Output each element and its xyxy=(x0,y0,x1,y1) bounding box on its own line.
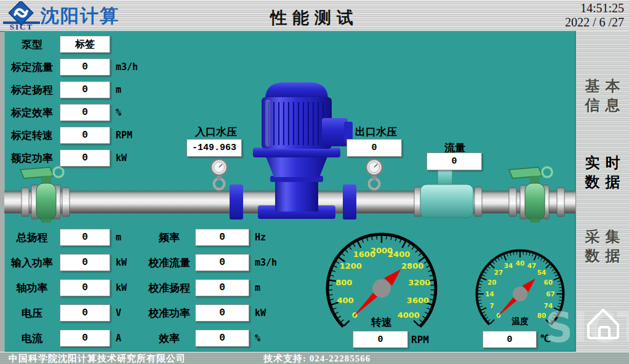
flow-value-box[interactable]: 0 xyxy=(427,152,482,170)
field-row: 校准扬程0m xyxy=(147,279,277,296)
svg-text:20: 20 xyxy=(487,279,496,286)
svg-text:1200: 1200 xyxy=(340,261,362,271)
home-icon xyxy=(588,310,618,338)
field-row: 标定流量0m3/h xyxy=(8,58,138,76)
sidebar-item-line: 实时 xyxy=(576,154,629,173)
field-unit: A xyxy=(116,333,121,344)
field-row: 标定扬程0m xyxy=(8,81,138,98)
field-value-box[interactable]: 0 xyxy=(60,330,110,347)
field-row: 校准流量0m3/h xyxy=(147,254,277,271)
field-value-box[interactable]: 0 xyxy=(60,149,110,167)
field-unit: % xyxy=(255,333,260,344)
field-value-box[interactable]: 0 xyxy=(60,127,110,144)
svg-text:60: 60 xyxy=(544,279,553,286)
temperature-unit: ℃ xyxy=(540,333,551,344)
field-label: 频率 xyxy=(147,231,191,245)
svg-text:3600: 3600 xyxy=(407,296,429,305)
field-unit: Hz xyxy=(255,232,266,243)
field-value-box[interactable]: 0 xyxy=(195,254,249,271)
field-value-box[interactable]: 0 xyxy=(195,229,249,246)
field-value-box[interactable]: 0 xyxy=(60,104,110,121)
field-row: 效率0% xyxy=(147,330,277,347)
gauge-hub xyxy=(513,287,527,301)
pump-graphic xyxy=(230,82,356,220)
field-row: 电流0A xyxy=(8,330,127,347)
field-row: 校准功率0kW xyxy=(147,304,277,322)
temperature-value-box[interactable]: 0 xyxy=(483,331,537,348)
svg-text:67: 67 xyxy=(546,290,555,298)
svg-text:80: 80 xyxy=(537,312,546,319)
field-label: 校准功率 xyxy=(147,306,191,320)
company-name: 中国科学院沈阳计算技术研究所有限公司 xyxy=(9,352,186,364)
field-unit: % xyxy=(116,107,121,118)
clock-time: 14:51:25 xyxy=(565,1,624,15)
main-canvas: 泵型标签标定流量0m3/h标定扬程0m标定效率0%标定转速0RPM额定功率0kW… xyxy=(4,31,575,352)
calibration-panel: 频率0Hz校准流量0m3/h校准扬程0m校准功率0kW效率0% xyxy=(147,229,277,355)
field-label: 电压 xyxy=(8,306,56,320)
svg-text:2800: 2800 xyxy=(401,261,423,271)
field-row: 额定功率0kW xyxy=(8,149,138,167)
field-value-box[interactable]: 0 xyxy=(195,304,249,322)
sidebar-item-realtime-data[interactable]: 实时数据 xyxy=(576,154,629,192)
field-unit: kW xyxy=(116,282,127,293)
inlet-pressure-label: 入口水压 xyxy=(186,125,246,139)
field-label: 效率 xyxy=(147,331,191,346)
field-label: 标定流量 xyxy=(8,60,56,74)
svg-text:2400: 2400 xyxy=(388,250,410,259)
field-value-box[interactable]: 0 xyxy=(195,279,249,296)
gauge-hub xyxy=(372,279,391,298)
field-row: 总扬程0m xyxy=(8,229,127,246)
field-unit: m xyxy=(116,84,121,95)
field-value-box[interactable]: 0 xyxy=(60,229,110,246)
inlet-pressure-gauge-icon xyxy=(211,159,227,192)
field-value-box[interactable]: 0 xyxy=(60,58,110,76)
field-value-box[interactable]: 0 xyxy=(60,279,110,296)
clock-date: 2022 / 6 /27 xyxy=(565,15,624,30)
inlet-pressure-value-box[interactable]: -149.963 xyxy=(186,139,242,157)
field-unit: m3/h xyxy=(255,257,277,268)
app-header: SICT 沈阳计算 性能测试 14:51:25 2022 / 6 /27 xyxy=(0,0,629,32)
field-value-box[interactable]: 0 xyxy=(195,330,249,347)
svg-text:800: 800 xyxy=(335,278,352,287)
svg-text:40: 40 xyxy=(516,259,524,267)
field-unit: kW xyxy=(255,307,266,318)
svg-text:400: 400 xyxy=(337,296,353,305)
field-unit: m3/h xyxy=(116,61,138,73)
field-label: 总扬程 xyxy=(8,231,56,245)
field-row: 电压0V xyxy=(8,304,127,322)
page-title: 性能测试 xyxy=(0,7,629,29)
home-button[interactable] xyxy=(581,300,625,344)
svg-text:54: 54 xyxy=(537,269,546,276)
sidebar-item-line: 数据 xyxy=(576,247,629,266)
gauge-title: 温度 xyxy=(511,316,529,326)
home-door xyxy=(599,327,609,338)
field-label: 校准流量 xyxy=(147,256,191,270)
svg-text:4000: 4000 xyxy=(398,311,420,320)
field-label: 泵型 xyxy=(8,38,56,52)
outlet-pressure-value-box[interactable]: 0 xyxy=(347,139,402,157)
pipe-flanges xyxy=(22,187,564,216)
speed-value-box[interactable]: 0 xyxy=(353,331,408,348)
field-unit: m xyxy=(116,232,121,243)
field-row: 标定转速0RPM xyxy=(8,127,138,144)
sidebar-item-basic-info[interactable]: 基本信息 xyxy=(576,77,629,115)
field-label: 标定转速 xyxy=(8,129,56,143)
outlet-pressure-gauge-icon xyxy=(366,159,382,192)
inlet-valve xyxy=(20,167,63,223)
svg-text:27: 27 xyxy=(494,269,503,276)
field-value-box[interactable]: 0 xyxy=(60,304,110,322)
gauge-title: 转速 xyxy=(371,316,392,328)
sidebar-item-capture-data[interactable]: 采集数据 xyxy=(576,228,629,266)
pump-type-button[interactable]: 标签 xyxy=(60,36,110,53)
sidebar-item-line: 信息 xyxy=(576,96,629,115)
field-value-box[interactable]: 0 xyxy=(60,81,110,98)
nav-sidebar: 基本信息实时数据采集数据 xyxy=(575,31,629,352)
field-row: 轴功率0kW xyxy=(8,279,127,296)
field-label: 轴功率 xyxy=(8,281,56,295)
outlet-pressure-label: 出口水压 xyxy=(347,125,406,139)
sidebar-item-line: 基本 xyxy=(576,77,629,96)
field-row: 输入功率0kW xyxy=(8,254,127,271)
field-label: 标定效率 xyxy=(8,106,56,120)
field-value-box[interactable]: 0 xyxy=(60,254,110,271)
field-unit: m xyxy=(255,282,260,293)
